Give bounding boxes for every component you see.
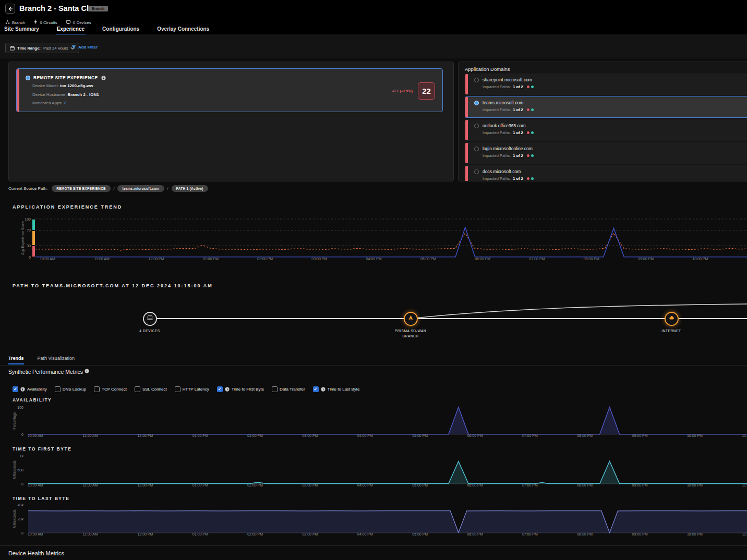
- checkbox[interactable]: ✓: [313, 386, 319, 392]
- domain-item-teams-microsoft-com[interactable]: teams.microsoft.comImpacted Paths:1 of 2: [465, 96, 747, 118]
- checkbox[interactable]: [272, 386, 278, 392]
- impact-dot-teal: [531, 131, 534, 134]
- metric-label: Time to First Byte: [232, 387, 264, 392]
- site-meta-0-devices: 0 Devices: [66, 20, 91, 26]
- add-filter-button[interactable]: Add Filter: [71, 45, 98, 50]
- impact-dot-red: [527, 131, 529, 134]
- domain-item-outlook-office365-com[interactable]: outlook.office365.comImpacted Paths:1 of…: [465, 119, 747, 141]
- time-range-label: Time Range:: [17, 46, 41, 51]
- domain-radio[interactable]: [474, 101, 479, 105]
- experience-radio[interactable]: [26, 76, 30, 80]
- trend-section-title: APPLICATION EXPERIENCE TREND: [13, 204, 122, 210]
- metric-toggle-tcp-connect[interactable]: TCP Connect: [94, 386, 127, 392]
- domain-radio[interactable]: [474, 124, 479, 128]
- impacted-paths-label: Impacted Paths:: [483, 176, 511, 181]
- branch-icon: [5, 20, 10, 26]
- metric-toggle-http-latency[interactable]: HTTP Latency: [175, 386, 209, 392]
- source-path-crumb-path-1-active-[interactable]: PATH 1 (Active): [172, 185, 208, 192]
- tab-overlay-connections[interactable]: Overlay Connections: [156, 26, 210, 35]
- branch-badge: Branch: [88, 6, 108, 11]
- metric-label: DNS Lookup: [63, 387, 86, 392]
- checkbox[interactable]: [94, 386, 100, 392]
- checkbox[interactable]: [135, 386, 140, 392]
- domain-item-docs-microsoft-com[interactable]: docs.microsoft.comImpacted Paths:1 of 2: [465, 165, 747, 181]
- tab-path-visualization[interactable]: Path Visualization: [38, 356, 75, 364]
- circuits-icon: [33, 19, 38, 26]
- domain-radio[interactable]: [474, 78, 479, 82]
- domain-radio[interactable]: [474, 169, 479, 174]
- cloud-icon: [668, 314, 675, 323]
- metric-toggle-ssl-connect[interactable]: SSL Connect: [135, 386, 167, 392]
- svg-text:Milliseconds: Milliseconds: [13, 509, 16, 528]
- svg-text:100: 100: [25, 217, 31, 221]
- checkbox[interactable]: ✓: [13, 386, 18, 392]
- score-badge: 22: [418, 82, 435, 100]
- source-path-crumb-teams-microsoft-com[interactable]: teams.microsoft.com: [117, 185, 164, 192]
- application-domains-panel: Application Domains sharepoint.microsoft…: [458, 62, 747, 181]
- source-path-crumbs: REMOTE SITE EXPERIENCE/teams.microsoft.c…: [52, 185, 208, 192]
- time-range-select[interactable]: Time Range: Past 24 Hours: [5, 43, 79, 53]
- svg-text:07:00 PM: 07:00 PM: [529, 257, 545, 261]
- tab-experience[interactable]: Experience: [56, 26, 86, 35]
- domain-name: outlook.office365.com: [483, 123, 526, 128]
- tab-configurations[interactable]: Configurations: [101, 26, 140, 35]
- site-meta-branch: Branch: [5, 20, 25, 26]
- monitored-apps-link[interactable]: 7: [64, 101, 66, 105]
- path-node-label: PRISMA SD-WAN BRANCH: [374, 328, 447, 339]
- svg-text:11:00 AM: 11:00 AM: [94, 257, 110, 261]
- impact-dot-red: [527, 154, 529, 157]
- domain-radio[interactable]: [474, 147, 479, 151]
- svg-text:04:00 PM: 04:00 PM: [366, 257, 382, 261]
- device-model-value: ion 1200-c5g-ww: [60, 83, 93, 88]
- prisma-sdwan-node: [404, 312, 418, 326]
- metric-toggle-time-to-last-byte[interactable]: ✓Time to Last Byte: [313, 384, 360, 394]
- svg-text:09:00 PM: 09:00 PM: [632, 532, 648, 536]
- synthetic-metrics-title-row: Synthetic Performance Metrics: [8, 369, 89, 375]
- header: Branch 2 - Santa Clara Branch Branch0 Ci…: [0, 0, 747, 34]
- info-icon: [20, 384, 25, 394]
- device-health-title: Device Health Metrics: [8, 550, 64, 556]
- metric-toggle-availability[interactable]: ✓Availability: [13, 384, 47, 394]
- metric-toggle-data-transfer[interactable]: Data Transfer: [272, 386, 305, 392]
- checkbox[interactable]: [55, 386, 61, 392]
- checkbox[interactable]: [175, 386, 180, 392]
- tab-trends[interactable]: Trends: [8, 356, 24, 364]
- domain-item-sharepoint-microsoft-com[interactable]: sharepoint.microsoft.comImpacted Paths:1…: [465, 74, 747, 95]
- ttlb-chart: 40k20k0Milliseconds10:00 AM11:00 AM12:00…: [0, 501, 747, 541]
- svg-text:10:00 PM: 10:00 PM: [687, 532, 703, 536]
- svg-text:App Experience Score: App Experience Score: [21, 221, 25, 255]
- info-icon: [225, 384, 230, 394]
- checkbox[interactable]: ✓: [217, 386, 223, 392]
- domain-name: teams.microsoft.com: [483, 100, 523, 105]
- svg-text:08:00 PM: 08:00 PM: [584, 257, 599, 261]
- path-node-label: 4 DEVICES: [113, 328, 186, 334]
- info-icon: [85, 369, 89, 373]
- source-path-label: Current Source Path:: [8, 186, 47, 191]
- application-domains-title: Application Domains: [465, 66, 510, 72]
- svg-text:10:00 AM: 10:00 AM: [28, 532, 43, 536]
- source-path-crumb-remote-site-experience[interactable]: REMOTE SITE EXPERIENCE: [52, 185, 110, 192]
- domain-item-login-microsoftonline-com[interactable]: login.microsoftonline.comImpacted Paths:…: [465, 142, 747, 164]
- experience-card[interactable]: REMOTE SITE EXPERIENCE Device Model: ion…: [16, 68, 443, 112]
- card-impact-stripe: [17, 69, 19, 112]
- svg-text:07:00 PM: 07:00 PM: [522, 532, 538, 536]
- availability-title: AVAILABILITY: [13, 397, 52, 403]
- experience-card-body: REMOTE SITE EXPERIENCE Device Model: ion…: [26, 69, 442, 112]
- metric-toggle-dns-lookup[interactable]: DNS Lookup: [55, 386, 86, 392]
- path-separator: /: [167, 187, 168, 190]
- domain-name: sharepoint.microsoft.com: [483, 77, 532, 82]
- ttfb-title: TIME TO FIRST BYTE: [13, 446, 71, 452]
- svg-text:01:00 PM: 01:00 PM: [192, 532, 208, 536]
- svg-text:10:00 AM: 10:00 AM: [40, 257, 55, 261]
- impact-dot-teal: [531, 86, 534, 88]
- domain-name: docs.microsoft.com: [483, 169, 521, 174]
- svg-text:10:00 PM: 10:00 PM: [692, 257, 708, 261]
- impacted-paths-value: 1 of 2: [513, 130, 523, 135]
- divider: [0, 545, 747, 546]
- filter-bar: [0, 34, 747, 58]
- devices-icon: [66, 20, 71, 26]
- metric-toggle-time-to-first-byte[interactable]: ✓Time to First Byte: [217, 384, 264, 394]
- tab-site-summary[interactable]: Site Summary: [3, 26, 40, 35]
- back-button[interactable]: [5, 4, 15, 14]
- svg-text:1k: 1k: [20, 454, 24, 458]
